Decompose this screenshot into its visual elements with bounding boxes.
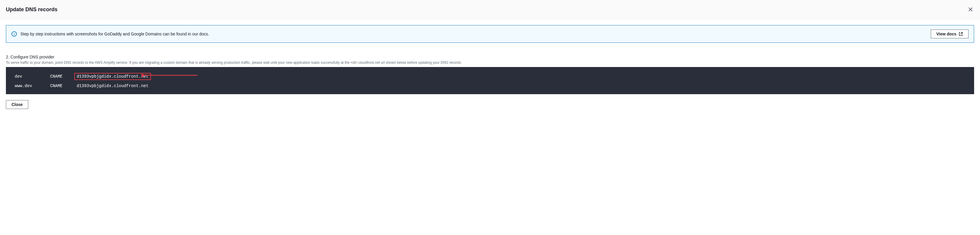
info-alert: i Step by step instructions with screens…: [6, 25, 974, 43]
view-docs-label: View docs: [936, 32, 956, 36]
dns-host: dev: [15, 74, 41, 79]
dns-records-table: dev CNAME d1393vpbjgdidx.cloudfront.net …: [6, 67, 974, 94]
close-button-label: Close: [11, 102, 23, 107]
dns-target-highlighted: d1393vpbjgdidx.cloudfront.net: [74, 73, 151, 80]
close-icon[interactable]: [967, 6, 974, 13]
dns-host: www.dev: [15, 83, 41, 88]
external-link-icon: [959, 32, 963, 36]
table-row: www.dev CNAME d1393vpbjgdidx.cloudfront.…: [6, 82, 974, 90]
modal-footer: Close: [0, 100, 980, 115]
modal-title: Update DNS records: [6, 6, 57, 13]
modal-header: Update DNS records: [0, 0, 980, 19]
dns-target: d1393vpbjgdidx.cloudfront.net: [76, 83, 149, 88]
info-icon: i: [11, 31, 17, 37]
info-text: Step by step instructions with screensho…: [20, 32, 209, 36]
table-row: dev CNAME d1393vpbjgdidx.cloudfront.net: [6, 71, 974, 82]
info-left: i Step by step instructions with screens…: [11, 31, 209, 37]
dns-type: CNAME: [50, 74, 68, 79]
dns-type: CNAME: [50, 83, 68, 88]
section-subtext: To serve traffic to your domain, point D…: [6, 61, 974, 65]
modal-body: i Step by step instructions with screens…: [0, 19, 980, 100]
svg-line-2: [961, 32, 963, 34]
close-button[interactable]: Close: [6, 100, 28, 109]
section-heading: 2. Configure DNS provider: [6, 54, 974, 59]
view-docs-button[interactable]: View docs: [931, 30, 969, 38]
